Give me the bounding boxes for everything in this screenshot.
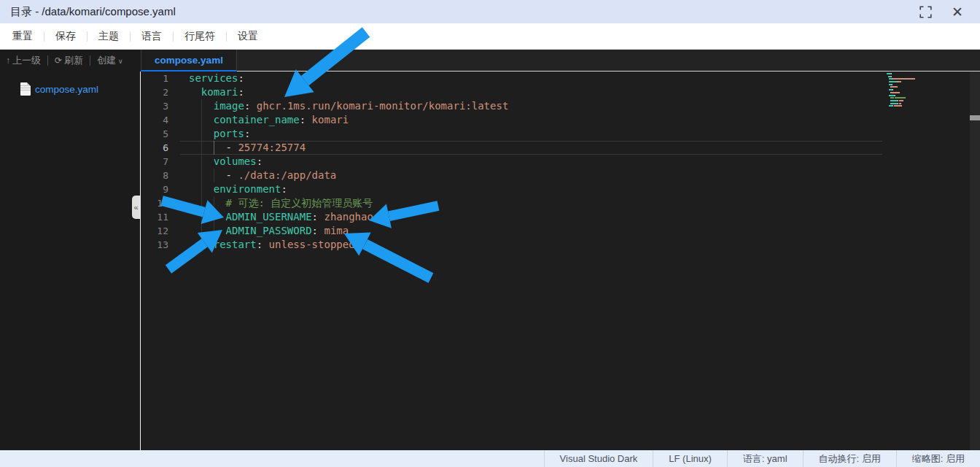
file-tree: compose.yaml	[0, 72, 141, 98]
code-token: zhanghao	[324, 211, 373, 223]
toolbar-item-label: 创建	[97, 55, 116, 66]
menu-item-2[interactable]: 保存	[44, 30, 87, 43]
close-button[interactable]: ✕	[951, 5, 964, 18]
code-editor[interactable]: 1services:2 komari:3 image: ghcr.1ms.run…	[141, 72, 980, 450]
code-token	[189, 100, 214, 112]
status-minimap[interactable]: 缩略图: 启用	[896, 450, 980, 467]
minimap-pixel	[897, 86, 898, 88]
minimap-pixel	[891, 73, 892, 74]
line-text: - 25774:25774	[180, 141, 306, 155]
line-text: - ./data:/app/data	[180, 169, 336, 182]
minimap-line	[887, 100, 917, 101]
menu-item-3[interactable]: 主题	[88, 30, 130, 43]
code-token: :	[238, 86, 244, 98]
menu-bar: 重置保存主题语言行尾符设置	[0, 23, 980, 50]
menu-item-6[interactable]: 设置	[227, 30, 269, 43]
tab-compose-yaml[interactable]: compose.yaml	[141, 50, 237, 72]
code-token: :	[300, 114, 312, 126]
status-theme[interactable]: Visual Studio Dark	[544, 450, 653, 467]
status-word-wrap[interactable]: 自动换行: 启用	[803, 450, 896, 467]
minimap-line	[887, 105, 917, 107]
code-line[interactable]: 11 ADMIN_USERNAME: zhanghao	[141, 210, 980, 224]
title-bar: 目录 - /data/komari/compose.yaml ✕	[0, 0, 980, 23]
code-line[interactable]: 9 environment:	[141, 182, 980, 196]
line-text: # 可选: 自定义初始管理员账号	[180, 196, 373, 210]
code-line[interactable]: 5 ports:	[141, 127, 980, 141]
code-lines: 1services:2 komari:3 image: ghcr.1ms.run…	[141, 72, 980, 252]
minimap-line	[887, 89, 917, 90]
menu-item-1[interactable]: 重置	[1, 30, 44, 43]
code-line[interactable]: 6 - 25774:25774	[141, 141, 980, 155]
code-token	[189, 197, 226, 209]
code-token: 25774:25774	[238, 142, 306, 153]
toolbar-item-3[interactable]: 创建∨	[97, 54, 123, 67]
line-number: 5	[141, 127, 180, 141]
minimap-line	[887, 86, 917, 88]
file-editor-app: 目录 - /data/komari/compose.yaml ✕ 重置保存主题语…	[0, 0, 980, 467]
sidebar-toolbar: ↑上一级⟳刷新创建∨	[0, 50, 141, 72]
code-token: :	[244, 100, 257, 112]
line-number: 2	[141, 85, 180, 99]
code-line[interactable]: 2 komari:	[141, 85, 980, 99]
minimap-pixel	[904, 97, 906, 99]
code-token: restart	[214, 239, 257, 250]
code-token: # 可选: 自定义初始管理员账号	[226, 197, 373, 209]
code-token: services	[189, 72, 238, 84]
scrollbar-track	[970, 72, 980, 450]
minimap-pixel	[903, 100, 903, 101]
toolbar-item-2[interactable]: ⟳刷新	[55, 54, 83, 67]
code-line[interactable]: 1services:	[141, 72, 980, 85]
line-text: ADMIN_PASSWORD: mima	[180, 224, 349, 238]
scrollbar-thumb[interactable]	[970, 115, 980, 120]
code-token: volumes	[214, 155, 257, 167]
code-token: :	[244, 128, 250, 139]
window-title: 目录 - /data/komari/compose.yaml	[10, 5, 919, 19]
minimap-line	[887, 78, 917, 80]
fullscreen-icon	[919, 6, 932, 18]
line-number: 10	[141, 196, 180, 210]
line-text: image: ghcr.1ms.run/komari-monitor/komar…	[180, 99, 508, 113]
code-token: unless-stopped	[269, 239, 355, 250]
code-line[interactable]: 4 container_name: komari	[141, 113, 980, 127]
tab-strip: compose.yaml	[141, 50, 980, 72]
code-line[interactable]: 7 volumes:	[141, 155, 980, 169]
code-token: :	[281, 183, 287, 195]
menu-item-5[interactable]: 行尾符	[174, 30, 226, 43]
minimap-pixel	[914, 78, 915, 80]
minimap[interactable]	[887, 73, 917, 108]
minimap-line	[887, 73, 917, 74]
line-number: 6	[141, 141, 180, 155]
code-line[interactable]: 10 # 可选: 自定义初始管理员账号	[141, 196, 980, 210]
workspace: ↑上一级⟳刷新创建∨ compose.yaml « compose.yaml 1…	[0, 50, 980, 450]
code-line[interactable]: 13 restart: unless-stopped	[141, 238, 980, 252]
line-text: environment:	[180, 182, 287, 196]
status-language[interactable]: 语言: yaml	[727, 450, 803, 467]
up-arrow-icon: ↑	[6, 55, 10, 66]
code-token: image	[214, 100, 244, 112]
code-line[interactable]: 12 ADMIN_PASSWORD: mima	[141, 224, 980, 238]
maximize-button[interactable]	[919, 5, 932, 18]
minimap-pixel	[892, 84, 892, 85]
toolbar-item-label: 刷新	[64, 55, 83, 66]
code-token: ADMIN_PASSWORD	[226, 225, 312, 236]
line-number: 12	[141, 224, 180, 238]
code-token	[189, 225, 226, 236]
minimap-pixel	[892, 89, 893, 90]
code-token	[189, 114, 214, 126]
sidebar-collapse-handle[interactable]: «	[132, 196, 140, 219]
file-row[interactable]: compose.yaml	[0, 80, 141, 98]
code-token: :	[238, 72, 244, 84]
status-line-ending[interactable]: LF (Linux)	[653, 450, 727, 467]
line-number: 3	[141, 99, 180, 113]
code-line[interactable]: 3 image: ghcr.1ms.run/komari-monitor/kom…	[141, 99, 980, 113]
code-token: :	[257, 239, 269, 250]
menu-item-4[interactable]: 语言	[131, 30, 173, 43]
line-number: 8	[141, 169, 180, 182]
code-token: :	[312, 211, 324, 223]
code-line[interactable]: 8 - ./data:/app/data	[141, 169, 980, 182]
toolbar-separator	[47, 55, 48, 66]
code-token: :	[257, 155, 262, 167]
minimap-line	[887, 84, 917, 85]
toolbar-item-1[interactable]: ↑上一级	[6, 54, 41, 67]
chevron-down-icon: ∨	[118, 58, 123, 65]
